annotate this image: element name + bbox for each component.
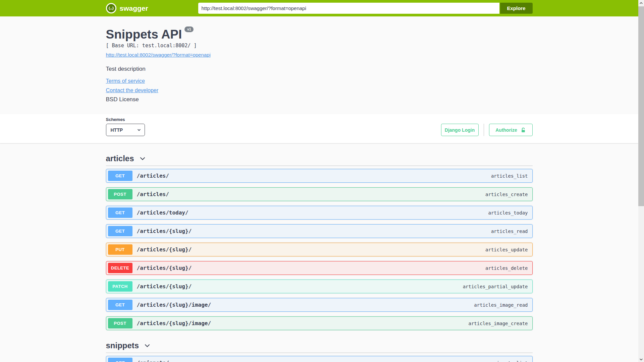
- scheme-container: Schemes HTTP Django Login Authorize: [0, 114, 638, 143]
- scrollbar-thumb[interactable]: [638, 6, 644, 206]
- api-section: snippets GET /snippets/ snippets_list: [106, 341, 533, 362]
- operations-list: GET /snippets/ snippets_list: [106, 353, 533, 362]
- brand-title: swagger: [120, 4, 148, 12]
- operation-path: /articles/: [137, 191, 169, 197]
- scrollbar-up-arrow[interactable]: [638, 0, 644, 6]
- topbar: {…} swagger Explore: [0, 0, 638, 16]
- method-badge: GET: [108, 207, 132, 218]
- api-sections: articles GET /articles/ articles_list PO…: [106, 143, 533, 362]
- url-input[interactable]: [198, 3, 499, 14]
- authorize-label: Authorize: [495, 127, 517, 133]
- operation-path: /articles/{slug}/: [137, 228, 192, 234]
- operation-row[interactable]: GET /snippets/ snippets_list: [106, 356, 533, 362]
- operation-row[interactable]: PUT /articles/{slug}/ articles_update: [106, 243, 533, 256]
- operation-row[interactable]: POST /articles/ articles_create: [106, 187, 533, 201]
- operation-path: /articles/{slug}/image/: [137, 302, 211, 308]
- operation-row[interactable]: GET /articles/ articles_list: [106, 169, 533, 183]
- operation-id: snippets_list: [491, 360, 528, 362]
- contact-developer-link[interactable]: Contact the developer: [106, 87, 159, 94]
- swagger-logo-icon: {…}: [106, 3, 116, 13]
- version-badge: v1: [184, 26, 194, 32]
- chevron-up-icon: [639, 2, 643, 4]
- section-header-snippets[interactable]: snippets: [106, 341, 533, 353]
- section-title-text: snippets: [106, 341, 139, 350]
- method-badge: PATCH: [108, 281, 132, 292]
- chevron-down-icon: [144, 342, 151, 349]
- django-login-button[interactable]: Django Login: [441, 124, 479, 136]
- schemes-label: Schemes: [106, 117, 145, 122]
- method-badge: POST: [108, 189, 132, 199]
- operation-path: /articles/today/: [137, 209, 189, 216]
- operation-path: /articles/: [137, 173, 169, 179]
- operation-id: articles_update: [485, 247, 528, 252]
- operation-path: /articles/{slug}/image/: [137, 320, 211, 326]
- unlocked-padlock-icon: [521, 127, 526, 133]
- license-text: BSD License: [106, 96, 533, 103]
- operations-list: GET /articles/ articles_list POST /artic…: [106, 166, 533, 330]
- base-url: [ Base URL: test.local:8002/ ]: [106, 43, 533, 49]
- operation-row[interactable]: PATCH /articles/{slug}/ articles_partial…: [106, 280, 533, 293]
- explore-button[interactable]: Explore: [500, 3, 533, 14]
- swagger-ui-page: {…} swagger Explore Snippets APIv1 [ Bas…: [0, 0, 638, 362]
- chevron-down-icon: [639, 358, 643, 361]
- terms-of-service-link[interactable]: Terms of service: [106, 78, 145, 84]
- method-badge: POST: [108, 318, 132, 328]
- info-section: Snippets APIv1 [ Base URL: test.local:80…: [0, 16, 638, 114]
- operation-row[interactable]: GET /articles/today/ articles_today: [106, 206, 533, 220]
- section-header-articles[interactable]: articles: [106, 154, 533, 166]
- operation-id: articles_today: [488, 210, 528, 216]
- method-badge: GET: [108, 358, 132, 362]
- operation-id: articles_delete: [485, 265, 528, 271]
- operation-path: /articles/{slug}/: [137, 246, 192, 253]
- schemes-select[interactable]: HTTP: [106, 124, 145, 136]
- operation-row[interactable]: GET /articles/{slug}/image/ articles_ima…: [106, 298, 533, 312]
- section-title-text: articles: [106, 154, 134, 163]
- authorize-button[interactable]: Authorize: [489, 124, 533, 136]
- schemes-selected-value: HTTP: [111, 127, 123, 133]
- chevron-down-icon: [137, 128, 141, 132]
- chevron-down-icon: [139, 155, 146, 162]
- download-url-form: Explore: [198, 3, 533, 14]
- vertical-scrollbar: [638, 0, 644, 362]
- api-description: Test description: [106, 65, 533, 72]
- method-badge: DELETE: [108, 263, 132, 273]
- page-title: Snippets APIv1: [106, 27, 533, 42]
- operation-row[interactable]: DELETE /articles/{slug}/ articles_delete: [106, 261, 533, 275]
- operation-path: /articles/{slug}/: [137, 283, 192, 290]
- swagger-logo-link[interactable]: {…} swagger: [106, 3, 148, 13]
- operation-path: /snippets/: [137, 360, 169, 362]
- method-badge: PUT: [108, 244, 132, 255]
- operation-id: articles_list: [491, 173, 528, 179]
- operation-id: articles_image_create: [468, 321, 528, 326]
- api-section: articles GET /articles/ articles_list PO…: [106, 154, 533, 330]
- method-badge: GET: [108, 226, 132, 236]
- auth-divider: [484, 124, 484, 136]
- operation-id: articles_read: [491, 229, 528, 234]
- schemes-group: Schemes HTTP: [106, 117, 145, 136]
- operation-row[interactable]: GET /articles/{slug}/ articles_read: [106, 224, 533, 238]
- scrollbar-down-arrow[interactable]: [638, 356, 644, 362]
- operation-row[interactable]: POST /articles/{slug}/image/ articles_im…: [106, 316, 533, 330]
- auth-wrapper: Django Login Authorize: [441, 124, 533, 136]
- api-title-text: Snippets API: [106, 27, 182, 41]
- method-badge: GET: [108, 171, 132, 181]
- operation-id: articles_image_read: [474, 302, 528, 308]
- spec-link[interactable]: http://test.local:8002/swagger/?format=o…: [106, 52, 211, 58]
- operation-id: articles_partial_update: [463, 284, 528, 289]
- operation-path: /articles/{slug}/: [137, 265, 192, 271]
- operation-id: articles_create: [485, 192, 528, 197]
- method-badge: GET: [108, 300, 132, 310]
